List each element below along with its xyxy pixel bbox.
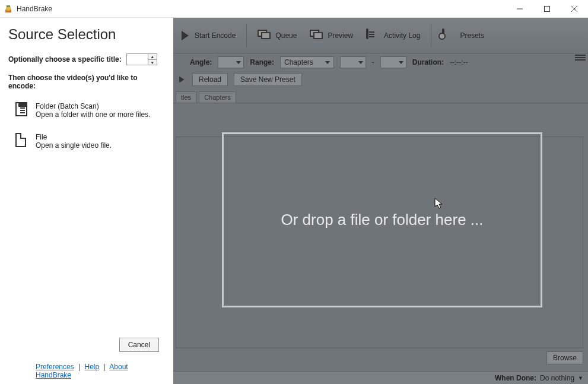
title-spin-control: ▲ ▼ xyxy=(126,53,157,65)
presets-label: Presets xyxy=(460,31,484,40)
hamburger-menu-icon[interactable] xyxy=(575,53,586,62)
footer-links: Preferences | Help | About HandBrake xyxy=(8,363,165,379)
range-dash: - xyxy=(372,58,374,66)
duration-value: --:--:-- xyxy=(450,58,468,66)
queue-button[interactable]: Queue xyxy=(253,27,301,44)
source-selection-panel: Source Selection Optionally choose a spe… xyxy=(0,18,173,384)
start-encode-label: Start Encode xyxy=(195,31,236,40)
panel-title: Source Selection xyxy=(8,26,165,43)
link-separator: | xyxy=(104,363,106,371)
title-bar: HandBrake xyxy=(0,0,588,18)
toolbar-separator xyxy=(431,24,431,47)
reload-button[interactable]: Reload xyxy=(192,73,228,86)
svg-rect-4 xyxy=(545,7,550,12)
minimize-button[interactable] xyxy=(506,0,533,18)
spin-down-button[interactable]: ▼ xyxy=(148,59,157,65)
range-label: Range: xyxy=(250,58,274,66)
open-folder-option[interactable]: Folder (Batch Scan) Open a folder with o… xyxy=(15,102,165,119)
cancel-button[interactable]: Cancel xyxy=(119,338,159,352)
help-link[interactable]: Help xyxy=(85,363,100,371)
chapter-start-select[interactable] xyxy=(340,56,366,68)
instruction-text: Then choose the video(s) you'd like to e… xyxy=(8,74,165,90)
queue-label: Queue xyxy=(275,31,297,40)
duration-label: Duration: xyxy=(412,58,444,66)
preview-icon xyxy=(310,30,323,42)
angle-select[interactable] xyxy=(218,56,244,68)
presets-button[interactable]: Presets xyxy=(437,27,489,44)
preview-label: Preview xyxy=(328,31,353,40)
angle-label: Angle: xyxy=(190,58,212,66)
folder-icon xyxy=(15,102,28,118)
chapter-end-select[interactable] xyxy=(380,56,406,68)
chevron-down-icon: ▼ xyxy=(578,375,583,381)
chevron-down-icon xyxy=(325,61,330,64)
title-number-input[interactable] xyxy=(126,53,148,65)
preferences-link[interactable]: Preferences xyxy=(36,363,74,371)
app-icon xyxy=(4,4,13,14)
chevron-down-icon xyxy=(399,61,403,64)
range-select[interactable]: Chapters xyxy=(280,56,334,68)
mouse-cursor-icon xyxy=(434,198,444,210)
folder-option-title: Folder (Batch Scan) xyxy=(36,102,150,110)
window-controls xyxy=(506,0,588,18)
when-done-label: When Done: xyxy=(495,374,536,382)
toolbar-separator xyxy=(246,24,247,47)
app-name: HandBrake xyxy=(17,5,52,13)
range-value: Chapters xyxy=(284,58,313,66)
activity-log-button[interactable]: Activity Log xyxy=(361,27,425,44)
activity-log-icon xyxy=(366,30,379,42)
drop-zone-text: Or drop a file or folder here ... xyxy=(281,211,483,229)
open-file-option[interactable]: File Open a single video file. xyxy=(15,133,165,150)
link-separator: | xyxy=(78,363,80,371)
start-encode-button[interactable]: Start Encode xyxy=(177,28,240,43)
queue-icon xyxy=(258,30,271,42)
file-icon xyxy=(15,133,28,148)
file-option-title: File xyxy=(36,133,112,141)
folder-option-desc: Open a folder with one or more files. xyxy=(36,110,150,119)
play-icon xyxy=(182,31,190,40)
preview-button[interactable]: Preview xyxy=(305,27,358,44)
chevron-down-icon xyxy=(236,61,241,64)
svg-rect-2 xyxy=(7,5,10,7)
close-button[interactable] xyxy=(561,0,588,18)
tab-subtitles-partial[interactable]: tles xyxy=(176,91,196,103)
spin-up-button[interactable]: ▲ xyxy=(148,54,157,59)
play-small-icon[interactable] xyxy=(179,76,185,82)
activity-log-label: Activity Log xyxy=(384,31,420,40)
chevron-down-icon xyxy=(358,61,363,64)
drop-zone[interactable]: Or drop a file or folder here ... xyxy=(222,132,542,307)
optional-title-row: Optionally choose a specific title: ▲ ▼ xyxy=(8,53,165,65)
tab-chapters[interactable]: Chapters xyxy=(199,91,236,103)
optional-title-label: Optionally choose a specific title: xyxy=(8,55,122,64)
file-option-desc: Open a single video file. xyxy=(36,141,112,150)
when-done-value[interactable]: Do nothing xyxy=(540,374,574,382)
browse-button[interactable]: Browse xyxy=(546,351,583,364)
presets-icon xyxy=(442,30,455,42)
save-new-preset-button[interactable]: Save New Preset xyxy=(234,73,302,86)
maximize-button[interactable] xyxy=(533,0,561,18)
